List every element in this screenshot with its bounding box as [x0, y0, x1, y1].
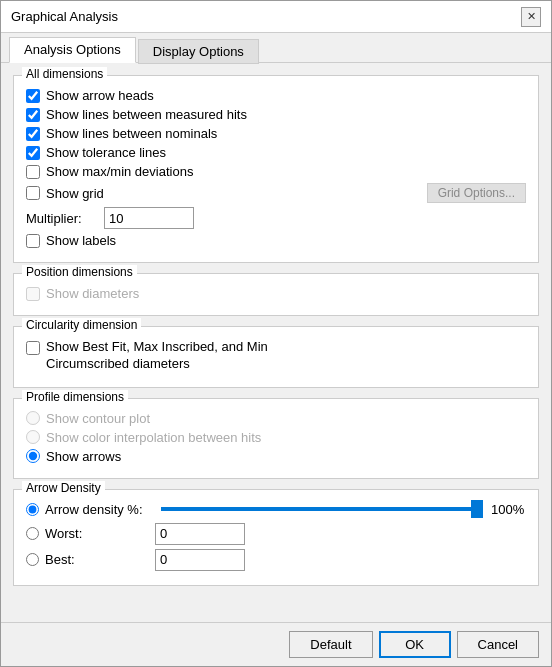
best-label: Best:: [45, 552, 155, 567]
worst-row: Worst:: [26, 523, 526, 545]
show-grid-row: Show grid Grid Options...: [26, 183, 526, 203]
circularity-content: Show Best Fit, Max Inscribed, and MinCir…: [26, 339, 526, 373]
tab-content: All dimensions Show arrow heads Show lin…: [1, 63, 551, 622]
group-arrow-density-label: Arrow Density: [22, 481, 105, 495]
cancel-button[interactable]: Cancel: [457, 631, 539, 658]
close-button[interactable]: ✕: [521, 7, 541, 27]
dialog: Graphical Analysis ✕ Analysis Options Di…: [0, 0, 552, 667]
density-percent-display: 100%: [491, 502, 526, 517]
show-labels-checkbox[interactable]: [26, 234, 40, 248]
dialog-title: Graphical Analysis: [11, 9, 118, 24]
group-circularity: Circularity dimension Show Best Fit, Max…: [13, 326, 539, 388]
show-labels-label: Show labels: [46, 233, 116, 248]
show-lines-measured-row: Show lines between measured hits: [26, 107, 526, 122]
group-circularity-label: Circularity dimension: [22, 318, 141, 332]
show-color-interpolation-radio[interactable]: [26, 430, 40, 444]
tab-analysis-options[interactable]: Analysis Options: [9, 37, 136, 63]
all-dimensions-content: Show arrow heads Show lines between meas…: [26, 88, 526, 248]
group-all-dimensions-label: All dimensions: [22, 67, 107, 81]
show-best-fit-label: Show Best Fit, Max Inscribed, and MinCir…: [46, 339, 268, 373]
show-grid-checkbox[interactable]: [26, 186, 40, 200]
show-contour-plot-radio[interactable]: [26, 411, 40, 425]
best-radio[interactable]: [26, 553, 39, 566]
show-lines-nominals-row: Show lines between nominals: [26, 126, 526, 141]
show-color-interpolation-row: Show color interpolation between hits: [26, 430, 526, 445]
show-labels-row: Show labels: [26, 233, 526, 248]
show-diameters-label: Show diameters: [46, 286, 139, 301]
tabs-container: Analysis Options Display Options: [1, 33, 551, 63]
grid-options-button[interactable]: Grid Options...: [427, 183, 526, 203]
density-slider-track: [161, 507, 483, 511]
show-lines-measured-checkbox[interactable]: [26, 108, 40, 122]
arrow-density-content: Arrow density %: 100% Worst:: [26, 502, 526, 571]
show-tolerance-lines-row: Show tolerance lines: [26, 145, 526, 160]
title-bar: Graphical Analysis ✕: [1, 1, 551, 33]
show-arrows-row: Show arrows: [26, 449, 526, 464]
show-max-min-label: Show max/min deviations: [46, 164, 193, 179]
worst-input[interactable]: [155, 523, 245, 545]
show-arrow-heads-row: Show arrow heads: [26, 88, 526, 103]
show-contour-plot-row: Show contour plot: [26, 411, 526, 426]
show-color-interpolation-label: Show color interpolation between hits: [46, 430, 261, 445]
group-profile-label: Profile dimensions: [22, 390, 128, 404]
position-dimensions-content: Show diameters: [26, 286, 526, 301]
show-grid-label: Show grid: [46, 186, 427, 201]
show-max-min-checkbox[interactable]: [26, 165, 40, 179]
worst-radio[interactable]: [26, 527, 39, 540]
show-diameters-checkbox[interactable]: [26, 287, 40, 301]
density-slider-fill: [161, 507, 483, 511]
multiplier-row: Multiplier:: [26, 207, 526, 229]
show-arrows-label: Show arrows: [46, 449, 121, 464]
group-position-dimensions: Position dimensions Show diameters: [13, 273, 539, 316]
multiplier-input[interactable]: [104, 207, 194, 229]
best-row: Best:: [26, 549, 526, 571]
group-position-label: Position dimensions: [22, 265, 137, 279]
arrow-density-percent-row: Arrow density %: 100%: [26, 502, 526, 517]
profile-content: Show contour plot Show color interpolati…: [26, 411, 526, 464]
show-tolerance-lines-label: Show tolerance lines: [46, 145, 166, 160]
default-button[interactable]: Default: [289, 631, 372, 658]
show-lines-nominals-label: Show lines between nominals: [46, 126, 217, 141]
show-tolerance-lines-checkbox[interactable]: [26, 146, 40, 160]
show-arrows-radio[interactable]: [26, 449, 40, 463]
show-lines-nominals-checkbox[interactable]: [26, 127, 40, 141]
group-profile-dimensions: Profile dimensions Show contour plot Sho…: [13, 398, 539, 479]
dialog-footer: Default OK Cancel: [1, 622, 551, 666]
show-arrow-heads-checkbox[interactable]: [26, 89, 40, 103]
group-all-dimensions: All dimensions Show arrow heads Show lin…: [13, 75, 539, 263]
group-arrow-density: Arrow Density Arrow density %: 100%: [13, 489, 539, 586]
arrow-density-percent-label: Arrow density %:: [45, 502, 155, 517]
ok-button[interactable]: OK: [379, 631, 451, 658]
best-input[interactable]: [155, 549, 245, 571]
multiplier-label: Multiplier:: [26, 211, 96, 226]
density-slider-container: 100%: [161, 502, 526, 517]
density-slider-thumb[interactable]: [471, 500, 483, 518]
tab-display-options[interactable]: Display Options: [138, 39, 259, 64]
show-best-fit-row: Show Best Fit, Max Inscribed, and MinCir…: [26, 339, 526, 373]
arrow-density-percent-radio[interactable]: [26, 503, 39, 516]
worst-label: Worst:: [45, 526, 155, 541]
show-max-min-row: Show max/min deviations: [26, 164, 526, 179]
show-best-fit-checkbox[interactable]: [26, 341, 40, 355]
show-arrow-heads-label: Show arrow heads: [46, 88, 154, 103]
show-lines-measured-label: Show lines between measured hits: [46, 107, 247, 122]
show-diameters-row: Show diameters: [26, 286, 526, 301]
show-contour-plot-label: Show contour plot: [46, 411, 150, 426]
